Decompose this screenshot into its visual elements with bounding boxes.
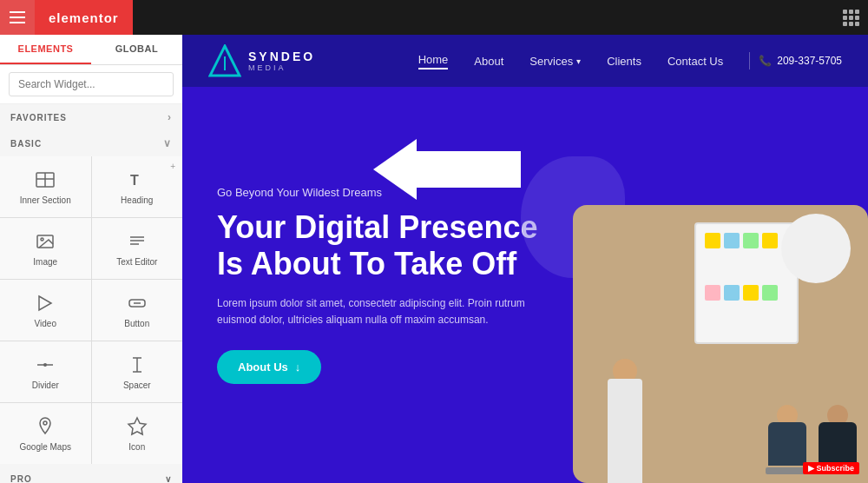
sticky-note-green2 (762, 285, 778, 301)
video-label: Video (35, 319, 56, 328)
svg-point-17 (43, 421, 47, 425)
big-arrow (373, 139, 521, 200)
elementor-topbar: elementor (0, 0, 868, 35)
widget-search-container (0, 65, 182, 104)
syndeo-logo-icon (208, 44, 241, 77)
nav-phone: 📞 209-337-5705 (759, 55, 842, 67)
nav-services[interactable]: Services ▾ (529, 55, 581, 68)
widget-divider[interactable]: Divider (0, 341, 91, 402)
hero-cta-label: About Us (238, 361, 288, 374)
seated-body-2 (819, 422, 857, 466)
phone-number: 209-337-5705 (777, 55, 842, 67)
widget-spacer[interactable]: Spacer (92, 341, 183, 402)
grid-apps-button[interactable] (833, 0, 868, 35)
dropdown-chevron-icon: ▾ (576, 56, 581, 66)
hamburger-menu[interactable] (0, 0, 35, 35)
arrow-body (417, 151, 521, 188)
image-label: Image (33, 257, 57, 267)
svg-point-13 (43, 363, 47, 367)
main-layout: ELEMENTS GLOBAL FAVORITES › BASIC ∨ (0, 35, 868, 483)
widget-heading[interactable]: T Heading + (92, 156, 183, 217)
site-nav-links: Home About Services ▾ Clients Contact Us (418, 53, 724, 69)
logo-syndeo: SYNDEO (248, 50, 315, 63)
widget-inner-section[interactable]: Inner Section (0, 156, 91, 217)
heading-icon: T (127, 169, 148, 190)
inner-section-icon (35, 169, 56, 190)
widget-google-maps[interactable]: Google Maps (0, 403, 91, 464)
person-body (608, 379, 642, 483)
image-icon (35, 231, 56, 252)
hamburger-icon (10, 11, 25, 23)
main-content: SYNDEO MEDIA Home About Services ▾ Clien… (182, 35, 868, 483)
spacer-label: Spacer (123, 380, 151, 390)
svg-marker-18 (128, 418, 146, 434)
nav-services-label: Services (529, 55, 573, 68)
sticky-note-green (743, 233, 759, 248)
phone-icon: 📞 (759, 55, 772, 67)
nav-contact[interactable]: Contact Us (667, 55, 723, 68)
svg-marker-9 (39, 296, 51, 310)
basic-widgets-grid: Inner Section T Heading + (0, 156, 182, 464)
tab-global[interactable]: GLOBAL (91, 35, 182, 64)
spacer-icon (127, 354, 148, 375)
widget-button[interactable]: Button (92, 280, 183, 341)
youtube-badge: ▶ Subscribe (803, 462, 859, 474)
text-editor-label: Text Editor (116, 257, 157, 267)
nav-divider (749, 52, 750, 69)
nav-about[interactable]: About (474, 55, 503, 68)
widget-image[interactable]: Image (0, 218, 91, 279)
chevron-right-icon: › (168, 111, 172, 123)
section-pro[interactable]: PRO ∨ (0, 467, 182, 483)
sticky-note-yellow (705, 233, 720, 248)
widget-icon[interactable]: Icon (92, 403, 183, 464)
whiteboard-notes (705, 233, 788, 334)
nav-home[interactable]: Home (418, 53, 449, 69)
divider-label: Divider (32, 380, 59, 390)
chevron-down-icon: ∨ (163, 137, 172, 149)
hero-image: ▶ Subscribe (573, 205, 868, 483)
hero-description: Lorem ipsum dolor sit amet, consectetr a… (217, 295, 529, 328)
widget-video[interactable]: Video (0, 280, 91, 341)
sticky-note-blue (724, 233, 740, 248)
sticky-note-yellow2 (762, 233, 778, 248)
button-icon (127, 293, 148, 314)
logo-media: MEDIA (248, 63, 315, 72)
lamp (781, 214, 851, 283)
svg-text:T: T (130, 173, 139, 188)
hero-cta-button[interactable]: About Us ↓ (217, 350, 321, 384)
grid-icon (843, 10, 859, 26)
google-maps-icon (35, 416, 56, 437)
sticky-note-pink (705, 285, 720, 301)
sticky-note-yellow3 (743, 285, 759, 301)
inner-section-label: Inner Section (20, 195, 71, 205)
meeting-background (573, 205, 868, 483)
section-favorites[interactable]: FAVORITES › (0, 104, 182, 130)
sidebar: ELEMENTS GLOBAL FAVORITES › BASIC ∨ (0, 35, 182, 483)
plus-icon: + (170, 162, 175, 171)
arrow-head (373, 139, 417, 200)
pro-label: PRO (10, 474, 32, 483)
arrow-down-icon: ↓ (295, 361, 301, 374)
video-icon (35, 293, 56, 314)
google-maps-label: Google Maps (20, 442, 71, 452)
button-label: Button (124, 319, 149, 328)
hero-section: Go Beyond Your Wildest Dreams Your Digit… (182, 87, 868, 483)
sidebar-tabs: ELEMENTS GLOBAL (0, 35, 182, 65)
favorites-label: FAVORITES (10, 113, 67, 122)
heading-label: Heading (121, 195, 153, 205)
widget-text-editor[interactable]: Text Editor (92, 218, 183, 279)
site-logo: SYNDEO MEDIA (208, 44, 315, 77)
pro-chevron-icon: ∨ (165, 474, 172, 483)
icon-widget-icon (127, 416, 148, 437)
seated-body-1 (768, 422, 806, 466)
website-preview: SYNDEO MEDIA Home About Services ▾ Clien… (182, 35, 868, 483)
standing-person (599, 309, 651, 483)
nav-clients[interactable]: Clients (607, 55, 641, 68)
search-input[interactable] (9, 72, 174, 96)
section-basic[interactable]: BASIC ∨ (0, 130, 182, 156)
elementor-logo: elementor (35, 0, 133, 35)
tab-elements[interactable]: ELEMENTS (0, 35, 91, 64)
site-logo-text: SYNDEO MEDIA (248, 50, 315, 72)
icon-label: Icon (128, 442, 145, 452)
svg-point-5 (41, 238, 43, 241)
